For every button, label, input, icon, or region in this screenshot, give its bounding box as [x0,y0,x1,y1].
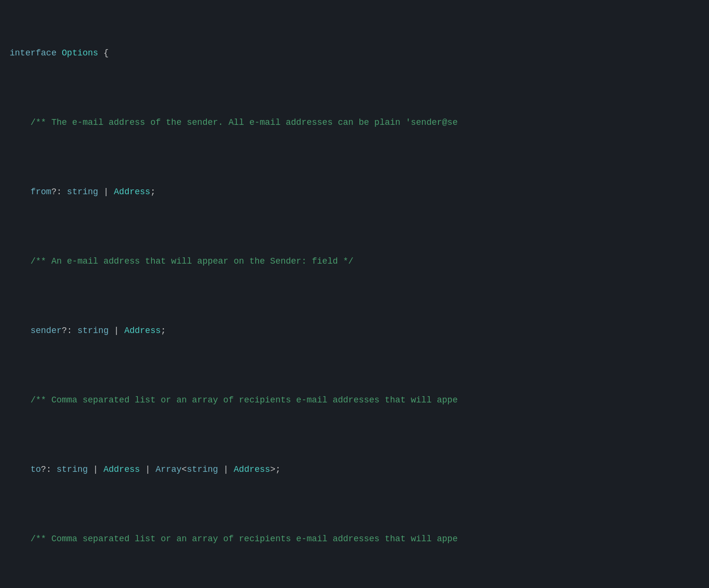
kw-string: string [67,187,98,197]
comment-sender: /** An e-mail address that will appear o… [10,256,354,266]
kw-interface: interface [10,48,56,58]
kw-string3: string [56,465,88,474]
line-comment-cc: /** Comma separated list or an array of … [10,532,699,546]
line-comment-sender: /** An e-mail address that will appear o… [10,254,699,268]
line-interface: interface Options { [10,46,699,60]
comment-cc: /** Comma separated list or an array of … [10,534,458,544]
type-options: Options [62,48,98,58]
line-sender: sender?: string | Address; [10,324,699,338]
prop-to: to [30,465,41,474]
comment-to: /** Comma separated list or an array of … [10,395,458,405]
kw-array1: Array [155,465,181,474]
prop-from: from [30,187,51,197]
line-to: to?: string | Address | Array<string | A… [10,463,699,477]
comment-from: /** The e-mail address of the sender. Al… [10,118,458,127]
code-container: interface Options { /** The e-mail addre… [10,5,699,588]
kw-string2: string [77,326,109,335]
line-comment-from: /** The e-mail address of the sender. Al… [10,116,699,130]
prop-sender: sender [30,326,62,335]
type-address3: Address [103,465,140,474]
line-from: from?: string | Address; [10,185,699,199]
type-address2: Address [124,326,161,335]
line-comment-to: /** Comma separated list or an array of … [10,393,699,407]
type-address4: Address [234,465,271,474]
kw-string4: string [187,465,218,474]
type-address: Address [114,187,150,197]
